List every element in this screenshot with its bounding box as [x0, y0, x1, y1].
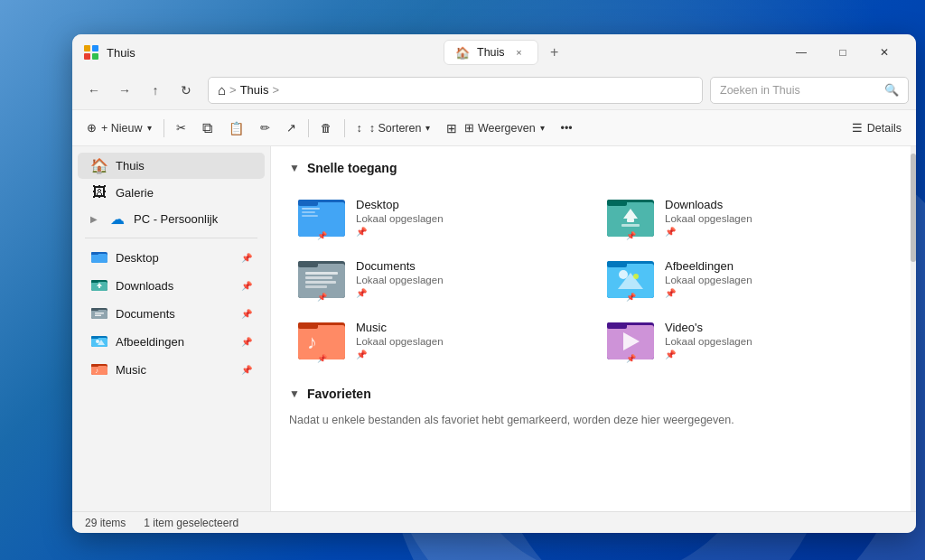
tab-label: Thuis: [477, 46, 505, 59]
svg-rect-23: [91, 366, 107, 375]
svg-rect-29: [302, 208, 320, 210]
file-item-afbeeldingen[interactable]: 📌 Afbeeldingen Lokaal opgeslagen 📌: [598, 249, 903, 307]
sidebar-desktop-label: Desktop: [116, 251, 234, 265]
close-btn[interactable]: ✕: [864, 38, 905, 67]
minimize-btn[interactable]: —: [780, 38, 822, 67]
cut-btn[interactable]: ✂: [169, 115, 193, 142]
favorites-chevron[interactable]: ▼: [289, 387, 300, 400]
sort-btn[interactable]: ↕ ↕ Sorteren ▾: [350, 115, 438, 142]
selected-count: 1 item geselecteerd: [144, 517, 238, 529]
tab-thuis[interactable]: 🏠 Thuis ×: [444, 40, 538, 65]
file-item-documents[interactable]: 📌 Documents Lokaal opgeslagen 📌: [289, 249, 594, 307]
svg-rect-15: [95, 313, 104, 314]
svg-text:♪: ♪: [95, 367, 98, 375]
refresh-btn[interactable]: ↻: [172, 76, 201, 105]
favorites-hint: Nadat u enkele bestanden als favoriet he…: [289, 414, 903, 426]
sidebar: 🏠 Thuis 🖼 Galerie ▶ ☁ PC - Persoonlijk: [72, 146, 271, 511]
new-tab-btn[interactable]: +: [542, 40, 567, 65]
more-btn[interactable]: •••: [554, 115, 580, 142]
paste-btn[interactable]: 📋: [221, 115, 251, 142]
desktop-sub: Lokaal opgeslagen: [356, 213, 585, 224]
afbeeldingen-thumbnail: 📌: [607, 257, 654, 300]
copy-btn[interactable]: ⧉: [195, 115, 220, 142]
svg-rect-2: [84, 53, 90, 60]
documents-pin-icon: 📌: [241, 309, 252, 319]
svg-rect-28: [298, 200, 318, 206]
address-toolbar: ← → ↑ ↻ ⌂ > Thuis > Zoeken in Thuis 🔍: [72, 70, 916, 110]
quick-access-chevron[interactable]: ▼: [289, 162, 300, 174]
quick-access-grid: 📌 Desktop Lokaal opgeslagen 📌: [289, 188, 903, 369]
afbeeldingen-sub: Lokaal opgeslagen: [665, 275, 894, 285]
maximize-btn[interactable]: □: [822, 38, 864, 67]
sidebar-item-thuis[interactable]: 🏠 Thuis: [78, 153, 265, 179]
address-bar[interactable]: ⌂ > Thuis >: [208, 77, 703, 104]
cut-icon: ✂: [176, 121, 186, 135]
svg-rect-30: [302, 211, 315, 213]
sidebar-item-afbeeldingen[interactable]: Afbeeldingen 📌: [78, 328, 265, 355]
delete-btn[interactable]: 🗑: [313, 115, 340, 142]
sidebar-thuis-label: Thuis: [116, 159, 252, 173]
up-btn[interactable]: ↑: [141, 76, 170, 105]
videos-info: Video's Lokaal opgeslagen 📌: [665, 321, 894, 359]
downloads-thumbnail: 📌: [607, 195, 654, 238]
file-item-music[interactable]: ♪ 📌 Music Lokaal opgeslagen 📌: [289, 311, 594, 369]
sidebar-item-pc[interactable]: ▶ ☁ PC - Persoonlijk: [78, 206, 265, 232]
share-btn[interactable]: ↗: [279, 115, 304, 142]
music-sub: Lokaal opgeslagen: [356, 336, 585, 347]
music-name: Music: [356, 321, 585, 334]
sort-icon: ↕: [357, 122, 362, 135]
view-arrow: ▾: [540, 123, 545, 133]
items-count: 29 items: [85, 517, 126, 529]
documents-pin: 📌: [356, 288, 585, 298]
sidebar-item-desktop[interactable]: Desktop 📌: [78, 244, 265, 271]
svg-point-50: [633, 274, 639, 279]
copy-icon: ⧉: [202, 120, 212, 136]
desktop-thumbnail: 📌: [298, 195, 345, 238]
sort-arrow: ▾: [425, 123, 430, 133]
new-icon: ⊕: [87, 121, 97, 135]
status-bar: 29 items 1 item geselecteerd: [72, 511, 916, 533]
sidebar-item-downloads[interactable]: Downloads 📌: [78, 272, 265, 299]
sidebar-documents-label: Documents: [116, 307, 234, 321]
svg-rect-1: [92, 45, 98, 51]
file-item-desktop[interactable]: 📌 Desktop Lokaal opgeslagen 📌: [289, 188, 594, 246]
desktop-info: Desktop Lokaal opgeslagen 📌: [356, 198, 585, 237]
svg-rect-41: [305, 272, 338, 275]
sidebar-item-documents[interactable]: Documents 📌: [78, 300, 265, 327]
svg-point-48: [619, 270, 628, 279]
desktop-pin: 📌: [356, 227, 585, 237]
svg-rect-36: [627, 219, 634, 222]
svg-rect-31: [302, 215, 318, 217]
svg-rect-57: [607, 322, 627, 329]
window-icon: [83, 44, 99, 61]
sidebar-galerie-label: Galerie: [116, 186, 252, 200]
afbeeldingen-pin-icon: 📌: [241, 337, 252, 347]
favorites-header: ▼ Favorieten: [289, 387, 903, 401]
documents-thumbnail: 📌: [298, 257, 345, 300]
details-icon: ☰: [852, 121, 863, 135]
rename-icon: ✏: [260, 121, 270, 135]
file-item-downloads[interactable]: 📌 Downloads Lokaal opgeslagen 📌: [598, 188, 903, 246]
thuis-icon: 🏠: [90, 157, 108, 174]
back-btn[interactable]: ←: [79, 76, 108, 105]
file-item-videos[interactable]: 📌 Video's Lokaal opgeslagen 📌: [598, 311, 903, 369]
delete-icon: 🗑: [321, 122, 332, 135]
rename-btn[interactable]: ✏: [253, 115, 277, 142]
svg-rect-47: [607, 261, 627, 267]
window-controls: — □ ✕: [780, 38, 905, 67]
search-bar[interactable]: Zoeken in Thuis 🔍: [710, 77, 909, 104]
details-btn[interactable]: ☰ Details: [845, 115, 909, 142]
paste-icon: 📋: [229, 121, 244, 135]
separator-3: [344, 119, 345, 137]
forward-btn[interactable]: →: [110, 76, 139, 105]
svg-rect-37: [621, 224, 640, 227]
downloads-folder-icon: [90, 276, 108, 294]
view-btn[interactable]: ⊞ ⊞ Weergeven ▾: [439, 115, 551, 142]
breadcrumb-thuis[interactable]: Thuis: [240, 83, 269, 97]
tab-close-btn[interactable]: ×: [512, 45, 527, 60]
sidebar-item-music[interactable]: ♪ Music 📌: [78, 356, 265, 383]
sidebar-item-galerie[interactable]: 🖼 Galerie: [78, 180, 265, 205]
svg-rect-44: [305, 285, 327, 288]
afbeeldingen-pin: 📌: [665, 288, 894, 298]
new-btn[interactable]: ⊕ + Nieuw ▾: [79, 115, 159, 142]
